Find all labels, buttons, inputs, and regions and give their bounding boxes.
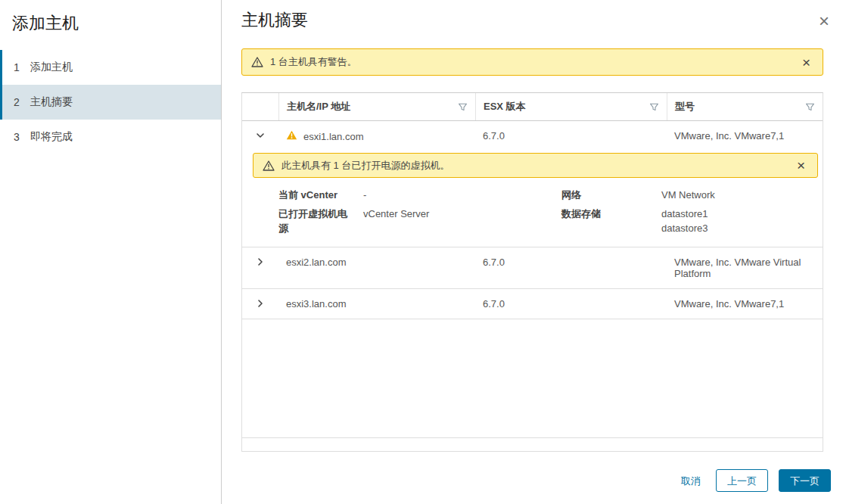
- add-host-wizard-dialog: 添加主机 1 添加主机 2 主机摘要 3 即将完成 主机摘要 ×: [0, 0, 846, 504]
- chevron-right-icon[interactable]: [254, 256, 266, 268]
- column-header-esx-version[interactable]: ESX 版本: [475, 93, 667, 120]
- esx-version: 6.7.0: [475, 121, 667, 151]
- previous-button[interactable]: 上一页: [716, 469, 768, 492]
- step-label: 即将完成: [30, 130, 73, 144]
- warning-banner: 1 台主机具有警告。 ×: [241, 48, 823, 76]
- filter-icon[interactable]: [458, 102, 468, 112]
- detail-label-powered-on-vms: 已打开虚拟机电源: [278, 207, 354, 236]
- page-title: 主机摘要: [241, 8, 308, 32]
- next-button[interactable]: 下一页: [779, 469, 831, 492]
- filter-icon[interactable]: [649, 102, 659, 112]
- esx-version: 6.7.0: [475, 289, 667, 319]
- esx-version: 6.7.0: [475, 247, 667, 277]
- host-name: esxi2.lan.com: [278, 247, 475, 277]
- step-number: 3: [12, 131, 21, 143]
- table-row-esxi3: esxi3.lan.com 6.7.0 VMware, Inc. VMware7…: [242, 289, 823, 319]
- table-row-main-line: esxi1.lan.com 6.7.0 VMware, Inc. VMware7…: [242, 121, 823, 151]
- chevron-down-icon[interactable]: [254, 129, 266, 142]
- wizard-sidebar: 添加主机 1 添加主机 2 主机摘要 3 即将完成: [0, 0, 222, 504]
- table-row-esxi2: esxi2.lan.com 6.7.0 VMware, Inc. VMware …: [242, 247, 823, 289]
- detail-label-current-vcenter: 当前 vCenter: [278, 188, 354, 203]
- main-content: 1 台主机具有警告。 × 主机名/IP 地址 ESX 版本: [222, 35, 846, 459]
- table-header-row: 主机名/IP 地址 ESX 版本 型号: [242, 93, 823, 121]
- host-model: VMware, Inc. VMware7,1: [667, 289, 823, 319]
- cancel-button[interactable]: 取消: [676, 469, 705, 492]
- host-model: VMware, Inc. VMware Virtual Platform: [667, 247, 823, 288]
- wizard-step-nav: 1 添加主机 2 主机摘要 3 即将完成: [0, 50, 221, 154]
- table-row-esxi1: esxi1.lan.com 6.7.0 VMware, Inc. VMware7…: [242, 121, 823, 247]
- row-warning-text: 此主机具有 1 台已打开电源的虚拟机。: [281, 159, 449, 173]
- sidebar-step-ready-to-complete[interactable]: 3 即将完成: [0, 120, 221, 154]
- row-expanded-detail: 此主机具有 1 台已打开电源的虚拟机。 × 当前 vCenter - 网络 VM…: [242, 153, 823, 247]
- sidebar-step-add-host[interactable]: 1 添加主机: [0, 50, 221, 85]
- chevron-right-icon[interactable]: [254, 297, 266, 310]
- column-header-label: 型号: [675, 100, 695, 114]
- host-name: esxi1.lan.com: [303, 131, 363, 142]
- wizard-footer: 取消 上一页 下一页: [222, 459, 846, 504]
- step-number: 2: [12, 96, 21, 108]
- row-warning-icon: [286, 130, 297, 142]
- table-empty-space: [242, 319, 823, 437]
- detail-label-datastore: 数据存储: [561, 207, 652, 222]
- row-warning-close-icon[interactable]: ×: [794, 157, 808, 174]
- column-header-label: ESX 版本: [484, 100, 526, 114]
- detail-value-network: VM Network: [661, 188, 807, 203]
- sidebar-step-host-summary[interactable]: 2 主机摘要: [0, 85, 221, 120]
- warning-triangle-icon: [251, 57, 263, 67]
- filter-icon[interactable]: [805, 102, 815, 112]
- column-header-host[interactable]: 主机名/IP 地址: [278, 93, 475, 120]
- step-number: 1: [12, 61, 21, 73]
- detail-value-current-vcenter: -: [363, 188, 552, 203]
- step-label: 添加主机: [30, 61, 73, 74]
- warning-banner-text: 1 台主机具有警告。: [270, 55, 357, 69]
- host-name: esxi3.lan.com: [278, 289, 475, 319]
- table-footer-strip: [242, 437, 823, 451]
- host-model: VMware, Inc. VMware7,1: [667, 121, 823, 151]
- datastore-item: datastore3: [661, 222, 807, 236]
- wizard-title: 添加主机: [0, 8, 221, 50]
- row-warning-banner: 此主机具有 1 台已打开电源的虚拟机。 ×: [253, 153, 818, 178]
- expand-column-header: [242, 93, 278, 120]
- host-detail-grid: 当前 vCenter - 网络 VM Network 已打开虚拟机电源 vCen…: [242, 178, 823, 238]
- host-summary-table: 主机名/IP 地址 ESX 版本 型号: [241, 92, 823, 452]
- step-label: 主机摘要: [30, 95, 73, 109]
- column-header-model[interactable]: 型号: [667, 93, 823, 120]
- warning-banner-close-icon[interactable]: ×: [799, 54, 813, 71]
- main-header: 主机摘要 ×: [222, 0, 846, 35]
- detail-label-network: 网络: [561, 188, 652, 203]
- warning-triangle-icon: [263, 160, 275, 171]
- close-icon[interactable]: ×: [811, 8, 837, 35]
- detail-value-powered-on-vms: vCenter Server: [363, 207, 552, 222]
- datastore-item: datastore1: [661, 207, 807, 222]
- wizard-main-panel: 主机摘要 × 1 台主机具有警告。 × 主机名/IP 地址: [222, 0, 846, 504]
- column-header-label: 主机名/IP 地址: [287, 100, 350, 114]
- detail-value-datastore: datastore1 datastore3: [661, 207, 807, 236]
